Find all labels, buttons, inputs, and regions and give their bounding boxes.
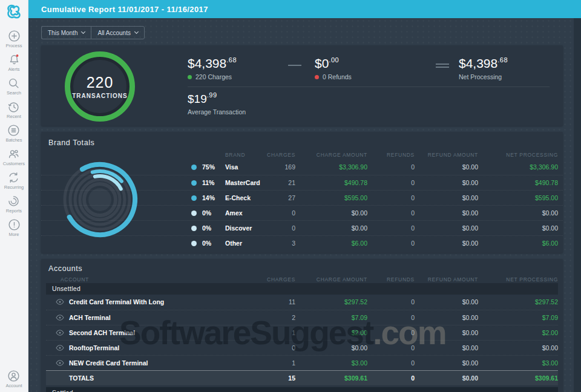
main-content: This Month All Accounts 220 TRANSACTIONS… xyxy=(28,18,581,392)
sidebar-item-more[interactable]: More xyxy=(8,218,21,237)
search-icon xyxy=(7,77,20,90)
totals-row: TOTALS 15 $309.61 0 $0.00 $309.61 xyxy=(46,370,558,385)
charges-amount: $4,398 xyxy=(188,56,226,70)
net-processing-stat: $4,398.68 Net Processing xyxy=(459,56,508,80)
filter-bar: This Month All Accounts xyxy=(41,26,145,39)
sidebar-item-label: More xyxy=(8,232,19,237)
sidebar-item-label: Process xyxy=(5,43,22,48)
charges-cents: .68 xyxy=(226,56,237,64)
legend-dot xyxy=(191,180,197,186)
eye-icon[interactable] xyxy=(56,298,64,307)
eye-icon[interactable] xyxy=(56,344,64,353)
charges-dot xyxy=(188,75,192,79)
avg-cents: .99 xyxy=(207,91,217,99)
eye-icon[interactable] xyxy=(56,329,64,338)
group-header-unsettled: Unsettled xyxy=(46,283,558,295)
accounts-panel: Accounts ACCOUNT CHARGES CHARGE AMOUNT R… xyxy=(41,259,563,392)
legend-dot xyxy=(191,241,197,246)
eye-icon[interactable] xyxy=(56,359,64,368)
user-circle-icon xyxy=(7,370,20,382)
page-title: Cumulative Report 11/01/2017 - 11/16/201… xyxy=(28,5,208,14)
legend-dot xyxy=(191,226,197,231)
brand-table-header: BRAND CHARGES CHARGE AMOUNT REFUNDS REFU… xyxy=(41,150,563,160)
top-header: Cumulative Report 11/01/2017 - 11/16/201… xyxy=(28,0,581,18)
transactions-donut: 220 TRANSACTIONS xyxy=(65,51,135,122)
accounts-title: Accounts xyxy=(41,259,563,273)
brand-totals-title: Brand Totals xyxy=(41,132,563,147)
sidebar-item-label: Recent xyxy=(7,114,21,119)
table-row: 11% MasterCard 21 $490.78 0 $0.00 $490.7… xyxy=(41,175,563,190)
chevron-down-icon xyxy=(134,30,139,34)
group-header-settled: Settled xyxy=(46,387,558,392)
accounts-dropdown[interactable]: All Accounts xyxy=(91,26,144,39)
legend-pct: 0% xyxy=(202,206,211,221)
table-row: Second ACH Terminal 1 $2.00 0 $0.00 $2.0… xyxy=(46,325,558,340)
col-header-brand: BRAND xyxy=(225,150,245,160)
app-logo-icon[interactable] xyxy=(5,3,23,24)
avg-label: Average Transaction xyxy=(188,108,246,116)
sidebar-item-label: Recurring xyxy=(4,185,24,190)
legend-pct: 11% xyxy=(202,175,214,191)
sidebar-item-recurring[interactable]: Recurring xyxy=(4,171,24,190)
legend-pct: 14% xyxy=(202,191,215,206)
avg-amount: $19 xyxy=(188,93,207,105)
minus-icon xyxy=(288,65,301,66)
table-row: 0% Amex 0 $0.00 0 $0.00 $0.00 xyxy=(41,205,563,220)
summary-divider xyxy=(188,87,550,87)
period-dropdown[interactable]: This Month xyxy=(41,26,91,39)
transactions-count: 220 xyxy=(87,74,114,91)
table-row: Credit Card Terminal With Long 11 $297.5… xyxy=(46,295,558,310)
table-row: 0% Discover 0 $0.00 0 $0.00 $0.00 xyxy=(41,220,563,235)
sidebar-item-search[interactable]: Search xyxy=(7,77,21,96)
sidebar-item-account[interactable]: Account xyxy=(5,370,22,388)
table-row: ACH Terminal 2 $7.09 0 $0.00 $7.09 xyxy=(46,310,558,325)
chevron-down-icon xyxy=(81,30,85,34)
sidebar-item-reports[interactable]: Reports xyxy=(6,195,22,214)
refunds-stat: $0.00 0 Refunds xyxy=(315,56,352,80)
net-amount: $4,398 xyxy=(459,56,497,70)
sidebar-item-label: Account xyxy=(5,383,22,388)
legend-dot xyxy=(191,211,197,216)
col-header-charge-amount: CHARGE AMOUNT xyxy=(317,150,367,160)
legend-pct: 75% xyxy=(202,160,215,175)
legend-pct: 0% xyxy=(202,221,211,236)
col-header-net-processing: NET PROCESSING xyxy=(506,150,558,160)
totals-label: TOTALS xyxy=(69,371,94,386)
alert-badge-dot xyxy=(16,54,18,57)
right-edge-strip xyxy=(574,18,581,392)
summary-panel: 220 TRANSACTIONS $4,398.68 220 Charges $… xyxy=(41,45,563,126)
people-icon xyxy=(7,148,20,160)
brand-totals-panel: Brand Totals BRAND CHARGES CHARGE AMOUNT… xyxy=(41,132,563,253)
sidebar-item-label: Batches xyxy=(5,137,22,143)
sidebar-item-recent[interactable]: Recent xyxy=(7,100,21,119)
accounts-table-rows: Credit Card Terminal With Long 11 $297.5… xyxy=(46,295,558,370)
spiral-icon xyxy=(7,195,20,207)
transactions-label: TRANSACTIONS xyxy=(72,93,127,99)
table-row: 75% Visa 169 $3,306.90 0 $0.00 $3,306.90 xyxy=(41,160,563,175)
legend-dot xyxy=(191,165,197,170)
sidebar: Process Alerts Search Recent Batches Cu xyxy=(0,0,28,392)
sidebar-item-label: Reports xyxy=(6,208,22,214)
eye-icon[interactable] xyxy=(56,314,64,322)
refunds-dot xyxy=(315,75,319,79)
bell-icon xyxy=(8,53,21,66)
sidebar-item-customers[interactable]: Customers xyxy=(3,148,25,166)
average-transaction-stat: $19.99 Average Transaction xyxy=(188,91,246,116)
net-cents: .68 xyxy=(497,56,508,64)
sidebar-item-batches[interactable]: Batches xyxy=(5,124,22,143)
table-row: NEW Credit Card Terminal 1 $3.00 0 $0.00… xyxy=(46,355,558,370)
equals-icon xyxy=(436,64,449,70)
refunds-amount: $0 xyxy=(315,56,329,70)
charges-label: 220 Charges xyxy=(195,73,232,80)
clock-history-icon xyxy=(7,100,20,113)
brand-table-rows: 75% Visa 169 $3,306.90 0 $0.00 $3,306.90… xyxy=(41,160,563,250)
plus-circle-icon xyxy=(8,30,21,42)
sidebar-item-process[interactable]: Process xyxy=(5,30,22,48)
net-label: Net Processing xyxy=(459,73,502,80)
recurring-arrows-icon xyxy=(7,171,20,184)
list-circle-icon xyxy=(7,124,20,137)
refunds-cents: .00 xyxy=(329,56,339,64)
sidebar-item-label: Alerts xyxy=(8,67,19,72)
charges-stat: $4,398.68 220 Charges xyxy=(188,56,237,80)
sidebar-item-alerts[interactable]: Alerts xyxy=(8,53,21,72)
